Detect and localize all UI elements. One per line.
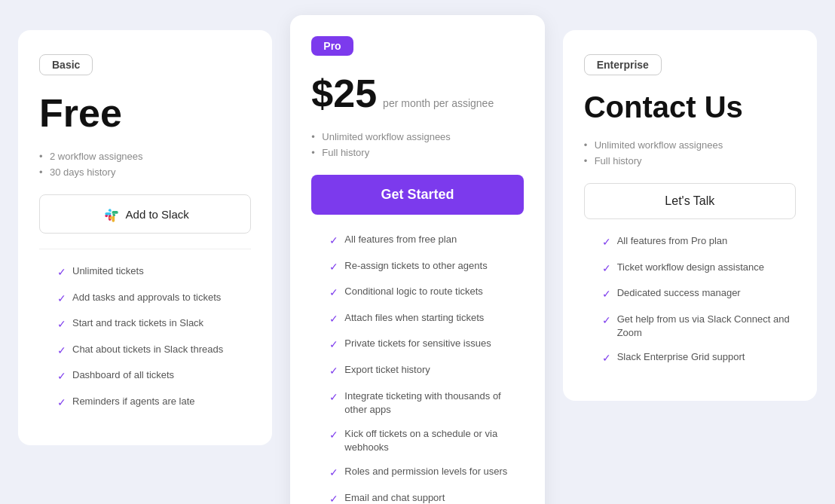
pro-badge: Pro	[311, 36, 353, 56]
list-item: ✓ Slack Enterprise Grid support	[584, 350, 796, 366]
list-item: ✓ Reminders if agents are late	[39, 395, 251, 411]
pro-features-small: Unlimited workflow assignees Full histor…	[311, 131, 523, 158]
divider	[39, 249, 251, 249]
slack-button-label: Add to Slack	[126, 208, 189, 221]
enterprise-features-main: ✓ All features from Pro plan ✓ Ticket wo…	[584, 234, 796, 366]
basic-features-main: ✓ Unlimited tickets ✓ Add tasks and appr…	[39, 264, 251, 411]
list-item: ✓ Conditional logic to route tickets	[311, 285, 523, 301]
list-item: ✓ Integrate ticketing with thousands of …	[311, 389, 523, 417]
check-icon: ✓	[329, 312, 338, 327]
check-icon: ✓	[329, 234, 338, 249]
enterprise-features-small: Unlimited workflow assignees Full histor…	[584, 139, 796, 166]
list-item: ✓ Private tickets for sensitive issues	[311, 337, 523, 353]
basic-card: Basic Free 2 workflow assignees 30 days …	[18, 30, 272, 445]
list-item: ✓ Dedicated success manager	[584, 286, 796, 302]
list-item: Unlimited workflow assignees	[584, 139, 796, 151]
list-item: ✓ Add tasks and approvals to tickets	[39, 291, 251, 307]
list-item: 30 days history	[39, 166, 251, 178]
list-item: Full history	[584, 155, 796, 166]
lets-talk-button[interactable]: Let's Talk	[584, 183, 796, 219]
check-icon: ✓	[602, 261, 611, 276]
list-item: ✓ Unlimited tickets	[39, 264, 251, 280]
check-icon: ✓	[329, 390, 338, 405]
pro-features-main: ✓ All features from free plan ✓ Re-assig…	[311, 233, 523, 504]
list-item: ✓ Kick off tickets on a schedule or via …	[311, 427, 523, 454]
list-item: ✓ Dashboard of all tickets	[39, 368, 251, 384]
list-item: Unlimited workflow assignees	[311, 131, 523, 142]
check-icon: ✓	[329, 286, 338, 301]
list-item: 2 workflow assignees	[39, 151, 251, 162]
check-icon: ✓	[329, 492, 338, 504]
list-item: ✓ All features from Pro plan	[584, 234, 796, 250]
check-icon: ✓	[329, 338, 338, 353]
get-started-button[interactable]: Get Started	[311, 175, 523, 215]
pro-price-period: per month per assignee	[383, 97, 494, 109]
list-item: ✓ Ticket workflow design assistance	[584, 261, 796, 276]
add-to-slack-button[interactable]: Add to Slack	[39, 194, 251, 234]
check-icon: ✓	[329, 364, 338, 379]
basic-price: Free	[39, 90, 251, 136]
list-item: ✓ Export ticket history	[311, 363, 523, 379]
check-icon: ✓	[329, 260, 338, 275]
check-icon: ✓	[57, 344, 66, 359]
check-icon: ✓	[329, 428, 338, 443]
pricing-container: Basic Free 2 workflow assignees 30 days …	[18, 15, 817, 504]
pro-price-amount: $25	[311, 71, 377, 116]
list-item: ✓ Start and track tickets in Slack	[39, 316, 251, 332]
check-icon: ✓	[57, 369, 66, 384]
pro-card: Pro $25 per month per assignee Unlimited…	[290, 15, 544, 504]
list-item: ✓ Chat about tickets in Slack threads	[39, 343, 251, 359]
list-item: Full history	[311, 147, 523, 158]
slack-icon	[102, 206, 118, 222]
basic-badge: Basic	[39, 54, 93, 75]
list-item: ✓ All features from free plan	[311, 233, 523, 249]
check-icon: ✓	[602, 235, 611, 250]
check-icon: ✓	[602, 313, 611, 328]
pro-price-container: $25 per month per assignee	[311, 71, 523, 116]
check-icon: ✓	[57, 317, 66, 332]
list-item: ✓ Re-assign tickets to other agents	[311, 259, 523, 275]
check-icon: ✓	[57, 396, 66, 411]
check-icon: ✓	[57, 292, 66, 307]
basic-features-small: 2 workflow assignees 30 days history	[39, 151, 251, 178]
list-item: ✓ Roles and permission levels for users	[311, 465, 523, 481]
check-icon: ✓	[57, 265, 66, 280]
list-item: ✓ Get help from us via Slack Connect and…	[584, 313, 796, 340]
list-item: ✓ Email and chat support	[311, 491, 523, 504]
enterprise-card: Enterprise Contact Us Unlimited workflow…	[563, 30, 817, 401]
list-item: ✓ Attach files when starting tickets	[311, 311, 523, 327]
check-icon: ✓	[329, 466, 338, 481]
enterprise-badge: Enterprise	[584, 54, 662, 75]
enterprise-price: Contact Us	[584, 90, 796, 124]
check-icon: ✓	[602, 287, 611, 302]
check-icon: ✓	[602, 351, 611, 366]
